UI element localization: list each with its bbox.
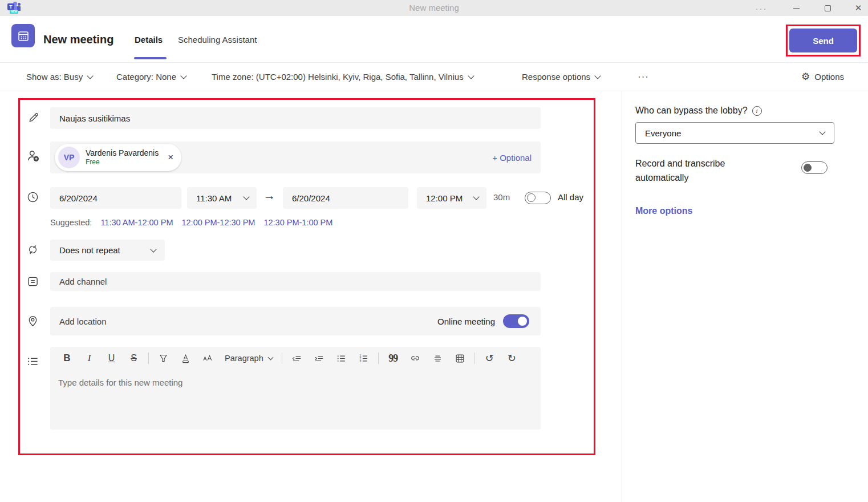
editor-toolbar: B I U S P: [50, 347, 541, 370]
chevron-down-icon: [87, 72, 94, 79]
meeting-title-input[interactable]: Naujas susitikimas: [50, 107, 541, 129]
repeat-icon: [26, 243, 39, 256]
end-date-input[interactable]: 6/20/2024: [283, 187, 408, 209]
window-titlebar: TNEW New meeting ··· ✕: [0, 0, 868, 16]
bold-button[interactable]: B: [60, 351, 75, 366]
attendee-name: Vardenis Pavardenis: [86, 148, 159, 158]
chevron-down-icon: [473, 193, 479, 200]
end-time-dropdown[interactable]: 12:00 PM: [417, 187, 486, 209]
start-time-dropdown[interactable]: 11:30 AM: [187, 187, 257, 209]
location-icon: [26, 314, 39, 327]
attendee-chip[interactable]: VP Vardenis Pavardenis Free ×: [55, 144, 181, 171]
repeat-dropdown[interactable]: Does not repeat: [50, 240, 165, 261]
highlight-button[interactable]: [156, 351, 171, 366]
svg-text:3: 3: [359, 359, 361, 362]
chevron-down-icon: [243, 193, 249, 200]
response-options-dropdown[interactable]: Response options: [522, 63, 600, 91]
titlebar-overflow-button[interactable]: ···: [749, 0, 773, 16]
suggested-label: Suggested:: [50, 218, 92, 227]
vertical-divider: [622, 91, 622, 502]
window-title: New meeting: [0, 0, 868, 16]
chevron-down-icon: [819, 128, 825, 135]
indent-button[interactable]: [311, 351, 326, 366]
record-transcribe-label: Record and transcribe automatically: [635, 156, 766, 185]
meeting-header: New meeting Details Scheduling Assistant…: [0, 16, 868, 63]
remove-attendee-icon[interactable]: ×: [168, 152, 173, 163]
show-as-dropdown[interactable]: Show as: Busy: [26, 63, 92, 91]
category-dropdown[interactable]: Category: None: [116, 63, 186, 91]
italic-button[interactable]: I: [82, 351, 97, 366]
meeting-form-annotation-box: Naujas susitikimas VP Vardenis Pavardeni…: [18, 98, 595, 455]
insert-table-button[interactable]: [452, 351, 467, 366]
calendar-icon: [11, 24, 35, 47]
add-attendees-icon: [26, 149, 41, 164]
arrow-right-icon: →: [263, 189, 275, 203]
close-button[interactable]: ✕: [846, 0, 868, 16]
start-date-input[interactable]: 6/20/2024: [50, 187, 181, 209]
page-title: New meeting: [43, 33, 113, 46]
all-day-label: All day: [558, 192, 583, 202]
tab-details[interactable]: Details: [135, 35, 163, 44]
tab-scheduling-assistant[interactable]: Scheduling Assistant: [178, 35, 257, 44]
font-size-button[interactable]: [201, 351, 216, 366]
add-channel-field[interactable]: Add channel: [50, 272, 541, 291]
options-button[interactable]: ⚙ Options: [801, 63, 844, 91]
chevron-down-icon: [594, 72, 601, 79]
paragraph-style-dropdown[interactable]: Paragraph: [225, 354, 273, 363]
link-button[interactable]: [408, 351, 423, 366]
online-meeting-toggle[interactable]: [503, 314, 529, 328]
strikethrough-button[interactable]: S: [127, 351, 141, 366]
online-meeting-control: Online meeting: [437, 314, 529, 328]
avatar: VP: [58, 147, 80, 168]
suggested-time-link[interactable]: 11:30 AM-12:00 PM: [100, 218, 173, 227]
gear-icon: ⚙: [801, 71, 810, 83]
duration-label: 30m: [493, 192, 510, 202]
attendees-field[interactable]: VP Vardenis Pavardenis Free × + Optional: [50, 141, 541, 173]
underline-button[interactable]: U: [104, 351, 119, 366]
online-meeting-label: Online meeting: [437, 317, 495, 326]
more-commands-button[interactable]: ···: [638, 63, 649, 91]
add-location-field[interactable]: Add location Online meeting: [50, 307, 541, 335]
all-day-toggle[interactable]: [525, 192, 551, 204]
channel-icon: [26, 275, 39, 288]
font-color-button[interactable]: [179, 351, 193, 366]
minimize-button[interactable]: [784, 0, 808, 16]
redo-button[interactable]: ↻: [504, 351, 519, 366]
outdent-button[interactable]: [289, 351, 304, 366]
horizontal-rule-button[interactable]: [430, 351, 445, 366]
meeting-options-bar: Show as: Busy Category: None Time zone: …: [0, 63, 868, 91]
lobby-bypass-dropdown[interactable]: Everyone: [635, 122, 834, 144]
send-annotation-box: Send: [786, 25, 861, 56]
attendee-status: Free: [86, 158, 159, 167]
chevron-down-icon: [180, 72, 186, 79]
add-optional-attendees-link[interactable]: + Optional: [492, 153, 532, 163]
timezone-dropdown[interactable]: Time zone: (UTC+02:00) Helsinki, Kyiv, R…: [212, 63, 473, 91]
chevron-down-icon: [468, 72, 474, 79]
record-transcribe-toggle[interactable]: [801, 161, 828, 174]
clock-icon: [26, 191, 39, 204]
suggested-time-link[interactable]: 12:30 PM-1:00 PM: [263, 218, 332, 227]
more-options-link[interactable]: More options: [635, 206, 692, 216]
info-icon[interactable]: i: [752, 106, 762, 116]
bullet-list-button[interactable]: [334, 351, 348, 366]
active-tab-underline: [134, 57, 167, 59]
details-list-icon: [26, 355, 39, 368]
undo-button[interactable]: ↺: [482, 351, 497, 366]
maximize-button[interactable]: [816, 0, 839, 16]
suggested-time-link[interactable]: 12:00 PM-12:30 PM: [181, 218, 255, 227]
editor-placeholder: Type details for this new meeting: [50, 370, 541, 387]
suggested-times-row: Suggested: 11:30 AM-12:00 PM 12:00 PM-12…: [50, 218, 332, 227]
chevron-down-icon: [150, 246, 156, 252]
quote-button[interactable]: 99: [386, 351, 400, 366]
chevron-down-icon: [267, 354, 273, 360]
meeting-details-editor[interactable]: B I U S P: [50, 347, 541, 430]
numbered-list-button[interactable]: 1 2 3: [356, 351, 371, 366]
pencil-icon: [27, 111, 40, 124]
send-button[interactable]: Send: [789, 29, 857, 52]
lobby-question-label: Who can bypass the lobby? i: [635, 106, 762, 116]
